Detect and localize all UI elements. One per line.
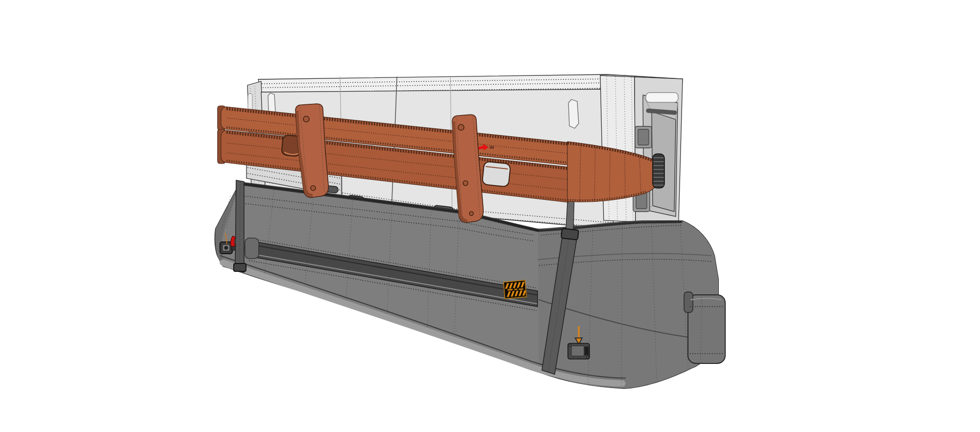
hazard-label (504, 280, 527, 299)
post-screw (463, 181, 468, 186)
post-screw (303, 116, 309, 122)
top-vent-slot (646, 93, 678, 102)
post-screw (458, 124, 464, 130)
corner-bumper (688, 295, 725, 363)
post-screw (469, 212, 473, 216)
left-recessed-panel (245, 238, 259, 259)
right-vent-slot (568, 99, 579, 128)
viewport-3d[interactable] (0, 0, 980, 432)
belt-gear (653, 154, 664, 188)
strap-buckle-right (561, 228, 579, 240)
render-stage (0, 0, 980, 432)
rail-cutout-window (482, 161, 511, 187)
strap-buckle-left (234, 264, 246, 271)
post-screw (311, 186, 316, 191)
